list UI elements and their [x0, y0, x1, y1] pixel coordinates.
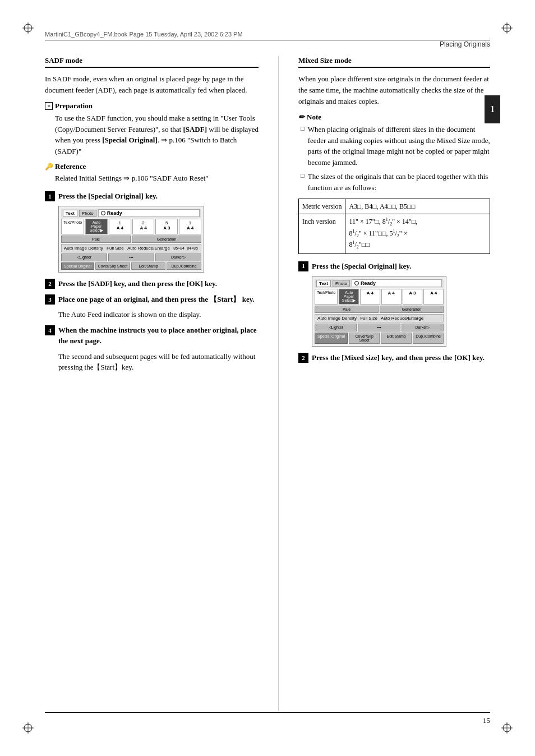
ready-circle: [101, 211, 105, 215]
cell-1-a4: 1A 4: [109, 219, 131, 234]
step-4-sub: The second and subsequent pages will be …: [58, 351, 259, 373]
rcell-auto-paper: Auto PaperSelect▶: [339, 289, 359, 305]
tab-photo: Photo: [79, 210, 96, 217]
rcell-a4: A 4: [381, 289, 402, 305]
step-3: 3 Place one page of an original, and the…: [45, 294, 259, 305]
rbtn-mid: ▪•▪: [358, 324, 400, 331]
sizes-table: Metric version A3□, B4□, A4□□, B5□□ Inch…: [298, 199, 490, 253]
step-4: 4 When the machine instructs you to plac…: [45, 325, 259, 347]
sadf-heading: SADF mode: [45, 56, 259, 68]
page-header: MartiniC1_GBcopy4_FM.book Page 15 Tuesda…: [45, 31, 490, 50]
note-text-2: The sizes of the originals that can be p…: [308, 171, 490, 193]
rdensity-label: Auto Image Density: [317, 316, 357, 321]
preparation-header: ≡ Preparation: [45, 102, 259, 110]
reference-text: Related Initial Settings ⇒ p.106 "SADF A…: [45, 173, 259, 184]
table-row-inch: Inch version 11" × 17"□, 81/2" × 14"□,81…: [299, 214, 490, 253]
btn-lighter: ◁Lighter: [61, 253, 107, 261]
rready-text: Ready: [361, 280, 376, 286]
rbtn-edit: Edit/Stamp: [381, 333, 412, 344]
reference-header: 🔑 Reference: [45, 162, 259, 171]
column-divider: [278, 56, 279, 711]
metric-sizes: A3□, B4□, A4□□, B5□□: [345, 199, 490, 214]
btn-darker: Darker▷: [155, 253, 201, 261]
rbtn-darker: Darker▷: [402, 324, 444, 331]
note-text-1: When placing originals of different size…: [308, 124, 490, 168]
cell-auto-paper: Auto PaperSelect▶: [85, 219, 108, 234]
step-2: 2 Press the [SADF] key, and then press t…: [45, 278, 259, 289]
preparation-icon: ≡: [45, 102, 53, 110]
header-section-text: Placing Originals: [45, 40, 490, 48]
screen-tab-row: Text Photo Ready: [61, 209, 201, 218]
note-item-2: □ The sizes of the originals that can be…: [298, 171, 490, 193]
cell-1-a4-2: 1A 4: [179, 219, 201, 234]
btn-cover-slip: Cover/Slip Sheet: [95, 262, 130, 270]
rcell-text-photo: Text/Photo: [315, 289, 338, 305]
cell-2-a4: 2A 4: [132, 219, 155, 234]
rbtn-cover: Cover/Slip Sheet: [349, 333, 380, 344]
screen-right-paper-row: Text/Photo Auto PaperSelect▶ A 4 A 4 A 3…: [315, 289, 444, 305]
btn-special-original: Special Original: [61, 262, 94, 270]
table-row-metric: Metric version A3□, B4□, A4□□, B5□□: [299, 199, 490, 214]
screen-right-bottom: Special Original Cover/Slip Sheet Edit/S…: [315, 333, 444, 344]
screen-right-density: Auto Image Density Full Size Auto Reduce…: [315, 314, 444, 322]
note-box: ✏ Note □ When placing originals of diffe…: [298, 113, 490, 193]
screen-lighter-row: ◁Lighter ▪•▪ Darker▷: [61, 253, 201, 261]
rtab-photo: Photo: [333, 280, 350, 287]
corner-mark-br: [501, 722, 513, 734]
note-bullet-1: □: [301, 124, 305, 133]
screen-bottom: Special Original Cover/Slip Sheet Edit/S…: [61, 262, 201, 270]
rfullsize: Full Size: [360, 316, 377, 321]
corner-mark-bl: [22, 722, 34, 734]
btn-edit-stamp: Edit/Stamp: [131, 262, 166, 270]
screen-density-row: Auto Image Density Full Size Auto Reduce…: [61, 244, 201, 252]
btn-pale: Pale: [61, 236, 131, 243]
inch-sizes: 11" × 17"□, 81/2" × 14"□,81/2" × 11"□□, …: [345, 214, 490, 253]
step-1: 1 Press the [Special Original] key.: [45, 191, 259, 202]
mixed-size-heading: Mixed Size mode: [298, 56, 490, 68]
screen-right-ready: Ready: [352, 279, 442, 287]
rbtn-generation: Generation: [380, 306, 444, 313]
screen-image-left: Text Photo Ready Text/Photo Auto PaperSe…: [58, 206, 204, 273]
cell-5-a3: 5A 3: [155, 219, 178, 234]
btn-generation: Generation: [132, 236, 201, 243]
note-bullet-2: □: [301, 171, 305, 181]
rready-circle: [354, 281, 359, 285]
mixed-size-intro: When you place different size originals …: [298, 73, 490, 107]
tab-text: Text: [63, 210, 77, 217]
reference-box: 🔑 Reference Related Initial Settings ⇒ p…: [45, 162, 259, 184]
screen-image-right: Text Photo Ready Text/Photo Auto PaperSe…: [312, 276, 446, 347]
right-step-2: 2 Press the [Mixed size] key, and then p…: [298, 352, 490, 363]
rbtn-special: Special Original: [315, 333, 348, 344]
corner-mark-tl: [22, 22, 34, 34]
inch-label: Inch version: [299, 214, 345, 253]
cell-text-photo: Text/Photo: [61, 219, 84, 234]
right-step-1: 1 Press the [Special Original] key.: [298, 261, 490, 272]
screen-right-pale-row: Pale Generation: [315, 306, 444, 313]
screen-ready: Ready: [98, 209, 200, 217]
note-header: ✏ Note: [298, 113, 490, 122]
screen-right-tab-row: Text Photo Ready: [315, 279, 444, 288]
rcell-a4-2: A 4: [423, 289, 444, 305]
btn-dup-combine: Dup./Combine: [167, 262, 201, 270]
metric-label: Metric version: [299, 199, 345, 214]
page-footer: 15: [45, 712, 490, 725]
screen-paper-row: Text/Photo Auto PaperSelect▶ 1A 4 2A 4 5…: [61, 219, 201, 234]
rbtn-pale: Pale: [315, 306, 379, 313]
preparation-box: ≡ Preparation To use the SADF function, …: [45, 102, 259, 156]
size-84-85: 84+85: [187, 246, 198, 250]
preparation-text: To use the SADF function, you should mak…: [45, 113, 259, 156]
corner-mark-tr: [501, 22, 513, 34]
screen-pale-row: Pale Generation: [61, 236, 201, 243]
rreduce: Auto Reduce/Enlarge: [381, 316, 423, 321]
page-container: MartiniC1_GBcopy4_FM.book Page 15 Tuesda…: [0, 0, 535, 756]
size-85-84: 85+84: [173, 246, 185, 250]
page-number: 15: [483, 716, 490, 725]
rcell-a3: A 3: [403, 289, 423, 305]
reduce-label: Auto Reduce/Enlarge: [127, 246, 170, 251]
note-icon: ✏: [298, 113, 305, 122]
screen-right-lighter-row: ◁Lighter ▪•▪ Darker▷: [315, 324, 444, 331]
right-column: Mixed Size mode When you place different…: [298, 56, 490, 711]
note-item-1: □ When placing originals of different si…: [298, 124, 490, 168]
reference-icon: 🔑: [45, 163, 53, 170]
content-area: SADF mode In SADF mode, even when an ori…: [45, 56, 490, 711]
